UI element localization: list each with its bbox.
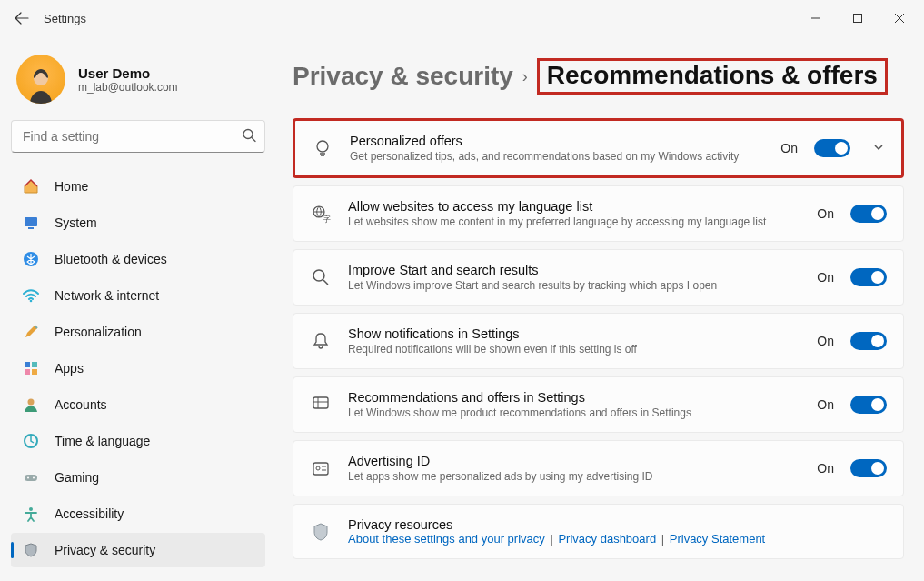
link-about-settings[interactable]: About these settings and your privacy [348,532,545,546]
toggle-state: On [817,206,834,221]
chevron-down-icon[interactable] [872,141,885,156]
sidebar-item-label: Bluetooth & devices [55,252,167,266]
setting-card-personalized-offers[interactable]: Personalized offers Get personalized tip… [293,118,904,178]
toggle-state: On [780,141,798,155]
svg-point-2 [243,130,253,139]
globe-language-icon: 字 [310,203,332,225]
setting-card-recommendations-settings[interactable]: Recommendations and offers in Settings L… [293,376,904,433]
back-arrow-icon [15,11,29,25]
svg-rect-21 [313,397,328,408]
svg-point-20 [313,270,324,281]
setting-title: Advertising ID [348,454,800,468]
search-icon [242,128,256,145]
system-icon [22,214,40,232]
sidebar-item-gaming[interactable]: Gaming [11,460,265,495]
link-privacy-statement[interactable]: Privacy Statement [670,532,766,546]
setting-desc: Get personalized tips, ads, and recommen… [350,150,764,163]
sidebar-item-system[interactable]: System [11,205,265,240]
svg-point-16 [29,507,33,511]
avatar [16,55,65,104]
search-input[interactable] [11,120,265,153]
sidebar-item-apps[interactable]: Apps [11,351,265,386]
sidebar-item-personalization[interactable]: Personalization [11,315,265,349]
paintbrush-icon [22,323,40,341]
toggle-switch[interactable] [850,332,887,350]
toggle-switch[interactable] [814,139,850,157]
toggle-switch[interactable] [850,459,887,477]
user-profile[interactable]: User Demo m_lab@outlook.com [11,47,265,120]
sidebar-item-label: System [55,215,97,230]
sidebar-item-accessibility[interactable]: Accessibility [11,496,265,531]
sidebar-item-bluetooth[interactable]: Bluetooth & devices [11,242,265,276]
close-icon [894,13,905,24]
id-card-icon [310,457,332,479]
svg-point-15 [33,477,35,479]
svg-point-17 [317,141,328,152]
apps-icon [22,359,40,377]
lightbulb-icon [312,137,333,159]
sidebar-item-label: Personalization [55,325,142,339]
setting-card-language-list[interactable]: 字 Allow websites to access my language l… [293,185,904,242]
user-email: m_lab@outlook.com [78,81,178,94]
sidebar-item-label: Apps [55,361,84,376]
maximize-button[interactable] [837,0,879,36]
svg-rect-7 [25,362,30,367]
svg-rect-8 [32,362,37,367]
sidebar-item-home[interactable]: Home [11,169,265,204]
chevron-right-icon: › [522,67,528,86]
breadcrumb: Privacy & security › Recommendations & o… [293,58,904,95]
toggle-state: On [817,461,834,476]
grid-gear-icon [310,394,332,416]
setting-desc: Let Windows improve Start and search res… [348,279,800,292]
content-area: Privacy & security › Recommendations & o… [276,36,924,581]
sidebar-item-privacy[interactable]: Privacy & security [11,533,265,567]
privacy-resources-card: Privacy resources About these settings a… [293,504,904,559]
magnifier-icon [310,266,332,288]
svg-point-11 [28,399,35,406]
resources-title: Privacy resources [348,517,887,532]
svg-rect-9 [25,369,30,375]
toggle-switch[interactable] [850,205,887,223]
toggle-switch[interactable] [850,396,887,414]
svg-text:字: 字 [323,215,331,224]
user-name: User Demo [78,65,178,81]
sidebar-item-label: Time & language [55,434,150,448]
setting-desc: Required notifications will be shown eve… [348,343,800,356]
close-button[interactable] [879,0,920,36]
titlebar: Settings [0,0,924,36]
toggle-state: On [817,397,834,412]
breadcrumb-parent[interactable]: Privacy & security [293,62,513,91]
shield-icon [22,541,40,559]
setting-card-advertising-id[interactable]: Advertising ID Let apps show me personal… [293,440,904,496]
svg-point-6 [30,300,33,303]
maximize-icon [852,13,863,24]
sidebar-item-accounts[interactable]: Accounts [11,387,265,422]
accessibility-icon [22,505,40,523]
breadcrumb-current: Recommendations & offers [547,61,878,89]
sidebar-item-network[interactable]: Network & internet [11,278,265,313]
window-title: Settings [44,12,86,25]
toggle-switch[interactable] [850,268,887,286]
search-box [11,120,265,153]
breadcrumb-current-highlight: Recommendations & offers [537,58,888,95]
svg-point-23 [316,466,320,470]
sidebar: User Demo m_lab@outlook.com Home System … [0,36,276,581]
svg-rect-0 [854,15,862,23]
toggle-state: On [817,270,834,285]
link-privacy-dashboard[interactable]: Privacy dashboard [558,532,656,546]
minimize-button[interactable] [795,0,837,36]
bell-icon [310,330,332,352]
wifi-icon [22,286,40,305]
sidebar-item-label: Accessibility [55,506,124,521]
back-button[interactable] [4,0,40,36]
svg-rect-13 [25,475,37,481]
nav-list: Home System Bluetooth & devices Network … [11,169,265,567]
setting-card-improve-search[interactable]: Improve Start and search results Let Win… [293,249,904,306]
shield-icon [310,521,332,543]
setting-title: Improve Start and search results [348,263,800,277]
sidebar-item-label: Accounts [55,397,107,412]
home-icon [22,177,40,195]
sidebar-item-time[interactable]: Time & language [11,424,265,458]
setting-card-notifications[interactable]: Show notifications in Settings Required … [293,313,904,369]
svg-rect-4 [28,227,34,229]
